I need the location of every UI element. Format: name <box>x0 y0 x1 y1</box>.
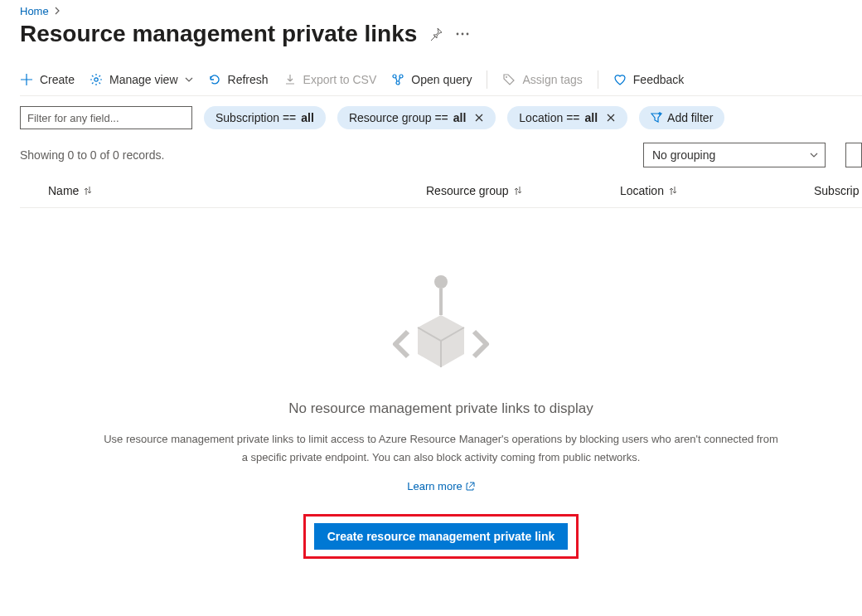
svg-point-1 <box>462 33 464 36</box>
sort-icon <box>512 185 524 196</box>
chevron-down-icon <box>185 77 193 82</box>
svg-point-4 <box>393 75 396 78</box>
download-icon <box>283 73 297 86</box>
grouping-value: No grouping <box>652 148 715 162</box>
gear-icon <box>90 73 103 86</box>
pill-value: all <box>301 111 314 124</box>
assign-tags-button: Assign tags <box>502 73 582 86</box>
filter-pill-location[interactable]: Location == all <box>507 106 627 129</box>
toolbar-separator <box>598 70 598 89</box>
pin-icon[interactable] <box>429 27 443 41</box>
pill-label: Location == <box>519 111 579 124</box>
empty-description: Use resource management private links to… <box>101 430 781 467</box>
sort-icon <box>82 185 94 196</box>
manage-view-label: Manage view <box>109 73 178 86</box>
svg-point-0 <box>457 33 459 36</box>
refresh-button[interactable]: Refresh <box>208 73 269 86</box>
refresh-icon <box>208 73 221 86</box>
column-label: Resource group <box>426 184 509 197</box>
list-view-select[interactable] <box>845 143 862 167</box>
learn-more-label: Learn more <box>407 480 462 492</box>
empty-state: No resource management private links to … <box>20 269 862 559</box>
create-label: Create <box>40 73 75 86</box>
tag-icon <box>502 73 516 86</box>
manage-view-button[interactable]: Manage view <box>90 73 193 86</box>
pill-value: all <box>453 111 467 124</box>
external-link-icon <box>466 482 475 491</box>
open-query-label: Open query <box>411 73 472 86</box>
heart-icon <box>613 73 627 86</box>
grouping-select[interactable]: No grouping <box>643 143 826 167</box>
feedback-label: Feedback <box>633 73 684 86</box>
plus-icon <box>20 73 33 86</box>
pill-label: Subscription == <box>216 111 296 124</box>
more-icon[interactable] <box>455 27 470 41</box>
chevron-down-icon <box>810 153 818 158</box>
refresh-label: Refresh <box>228 73 269 86</box>
close-icon[interactable] <box>606 113 616 123</box>
svg-point-2 <box>467 33 469 36</box>
sort-icon <box>667 185 679 196</box>
feedback-button[interactable]: Feedback <box>613 73 684 86</box>
breadcrumb-home-link[interactable]: Home <box>20 5 49 17</box>
export-csv-button: Export to CSV <box>283 73 377 86</box>
column-header-resource-group[interactable]: Resource group <box>426 184 620 197</box>
filter-icon <box>651 112 662 124</box>
column-headers: Name Resource group Location Subscrip <box>20 174 862 208</box>
svg-point-6 <box>396 81 400 85</box>
svg-point-3 <box>94 78 98 81</box>
create-private-link-button[interactable]: Create resource management private link <box>314 523 569 550</box>
pill-label: Resource group == <box>349 111 448 124</box>
toolbar-divider <box>20 95 862 96</box>
open-query-button[interactable]: Open query <box>391 73 472 86</box>
cta-highlight-frame: Create resource management private link <box>303 514 579 559</box>
breadcrumb: Home <box>20 5 862 17</box>
column-header-name[interactable]: Name <box>48 184 426 197</box>
column-label: Subscrip <box>814 184 859 197</box>
page-title: Resource management private links <box>20 21 417 47</box>
toolbar-separator <box>487 70 487 89</box>
filter-text-input[interactable] <box>20 106 192 129</box>
query-icon <box>391 73 404 86</box>
empty-illustration-icon <box>391 269 491 386</box>
column-label: Name <box>48 184 79 197</box>
filter-pill-subscription[interactable]: Subscription == all <box>204 106 326 129</box>
pill-value: all <box>584 111 598 124</box>
learn-more-link[interactable]: Learn more <box>407 480 474 492</box>
column-label: Location <box>620 184 664 197</box>
create-button[interactable]: Create <box>20 73 75 86</box>
svg-point-5 <box>400 75 403 78</box>
export-csv-label: Export to CSV <box>303 73 377 86</box>
empty-heading: No resource management private links to … <box>288 400 593 417</box>
svg-point-8 <box>434 275 448 289</box>
column-header-subscription[interactable]: Subscrip <box>814 184 859 197</box>
filter-bar: Subscription == all Resource group == al… <box>20 106 862 129</box>
record-count-text: Showing 0 to 0 of 0 records. <box>20 148 164 162</box>
assign-tags-label: Assign tags <box>522 73 582 86</box>
status-bar: Showing 0 to 0 of 0 records. No grouping <box>20 143 862 167</box>
add-filter-button[interactable]: Add filter <box>639 106 724 129</box>
column-header-location[interactable]: Location <box>620 184 814 197</box>
close-icon[interactable] <box>474 113 484 123</box>
add-filter-label: Add filter <box>667 111 713 124</box>
filter-pill-resource-group[interactable]: Resource group == all <box>337 106 496 129</box>
command-bar: Create Manage view Refresh Export to CSV… <box>20 70 862 95</box>
svg-point-7 <box>506 76 507 78</box>
breadcrumb-separator-icon <box>54 5 61 17</box>
